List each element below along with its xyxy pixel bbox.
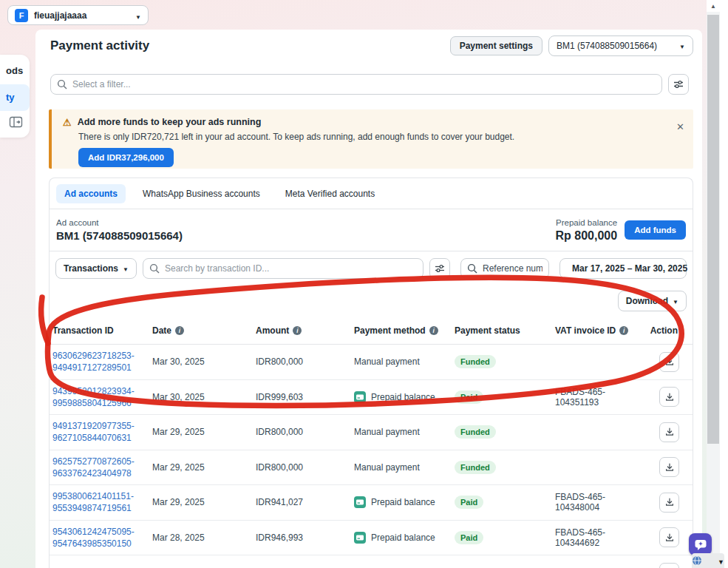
sidebar-item-payment-activity[interactable]: ty	[0, 84, 30, 111]
transactions-type-dropdown[interactable]: Transactions	[55, 258, 137, 279]
info-icon[interactable]	[293, 326, 302, 335]
transaction-id-link[interactable]: 9543061242475095- 9547643985350150	[52, 526, 152, 550]
transaction-id-search-input[interactable]	[143, 258, 423, 279]
date-cell: Mar 29, 2025	[152, 427, 256, 437]
account-summary-row: Ad account BM1 (574088509015664) Prepaid…	[50, 209, 693, 251]
vat-invoice-id-cell: FBADS-465-104344692	[555, 527, 647, 548]
amount-cell: IDR941,027	[256, 497, 354, 507]
status-badge: Funded	[455, 461, 496, 474]
table-body: 9630629623718253- 9494917127289501 Mar 3…	[50, 345, 693, 568]
status-badge: Funded	[455, 425, 496, 439]
sidebar: ods ty	[0, 55, 30, 138]
vat-invoice-id-cell: FBADS-465-104348004	[555, 492, 647, 513]
close-icon[interactable]	[676, 121, 684, 132]
transaction-id-link[interactable]: 9439952012823934- 9959885804125966	[52, 385, 152, 409]
status-badge: Paid	[455, 531, 483, 544]
chat-support-button[interactable]	[689, 533, 712, 555]
add-funds-amount-button[interactable]: Add IDR37,296,000	[78, 148, 174, 167]
download-invoice-button[interactable]	[659, 493, 679, 513]
download-invoice-button[interactable]	[659, 387, 679, 407]
download-invoice-button[interactable]	[659, 563, 679, 568]
col-transaction-id: Transaction ID	[52, 325, 152, 336]
scrollbar-up-arrow[interactable]	[707, 0, 720, 12]
payment-status-cell: Paid	[455, 496, 555, 509]
col-payment-status: Payment status	[455, 325, 555, 336]
chevron-down-icon	[679, 41, 685, 51]
payment-method-cell: Manual payment	[354, 427, 455, 437]
col-date: Date	[152, 325, 256, 336]
business-logo: F	[15, 9, 28, 22]
ad-account-label: Ad account	[56, 218, 183, 227]
scrollbar-thumb[interactable]	[707, 15, 719, 444]
table-row: 9953800621401151- 9553949874719561 Mar 2…	[50, 485, 693, 521]
tab-meta-verified-accounts[interactable]: Meta Verified accounts	[277, 184, 383, 203]
transaction-id-link[interactable]: 9491371920977355- 9627105844070631	[52, 420, 152, 444]
amount-cell: IDR800,000	[256, 427, 354, 437]
main-content: Payment activity Payment settings BM1 (5…	[35, 30, 702, 568]
table-row: 9439952012823934- 9959885804125966 Mar 3…	[50, 380, 693, 416]
info-icon[interactable]	[429, 326, 438, 335]
globe-icon	[692, 555, 702, 566]
vat-invoice-id-cell: FBADS-465-104351193	[555, 387, 647, 408]
account-selector-dropdown[interactable]: BM1 (574088509015664)	[548, 36, 693, 56]
banner-title: Add more funds to keep your ads running	[78, 117, 262, 127]
sidebar-collapse-icon[interactable]	[9, 115, 24, 130]
status-badge: Funded	[455, 355, 496, 368]
filter-search-input[interactable]	[50, 74, 662, 95]
table-row: 9630629623718253- 9494917127289501 Mar 3…	[50, 345, 693, 380]
payment-method-cell: Manual payment	[354, 356, 455, 367]
filter-options-button[interactable]	[668, 74, 689, 95]
business-name: fieuajjajaaaa	[34, 10, 86, 21]
search-icon	[467, 263, 477, 274]
sliders-icon	[673, 79, 684, 89]
transaction-id-link[interactable]: 9630629623718253- 9494917127289501	[52, 350, 152, 373]
payment-activity-page: { "business_switcher": { "logo_letter": …	[0, 0, 728, 568]
page-title: Payment activity	[50, 38, 149, 53]
date-cell: Mar 29, 2025	[152, 497, 256, 507]
table-filter-options-button[interactable]	[429, 258, 450, 279]
page-header: Payment activity Payment settings BM1 (5…	[50, 33, 693, 59]
download-icon	[664, 532, 675, 543]
payment-method-cell: Prepaid balance	[354, 496, 455, 508]
table-header-row: Transaction ID Date Amount Payment metho…	[50, 317, 693, 345]
col-payment-method: Payment method	[354, 325, 455, 336]
language-selector[interactable]	[692, 553, 724, 568]
download-icon	[664, 392, 675, 402]
chat-bubble-icon	[694, 538, 707, 551]
date-range-dropdown[interactable]: Mar 17, 2025 – Mar 30, 2025	[559, 258, 687, 279]
transaction-id-link[interactable]: 9953800621401151- 9553949874719561	[52, 490, 152, 514]
download-dropdown-button[interactable]: Download	[618, 291, 687, 311]
prepaid-balance-icon	[354, 532, 366, 544]
info-icon[interactable]	[175, 326, 184, 335]
banner-body: There is only IDR720,721 left in your ad…	[78, 132, 681, 142]
download-invoice-button[interactable]	[659, 352, 679, 372]
tab-whatsapp-business-accounts[interactable]: WhatsApp Business accounts	[135, 184, 268, 203]
col-action: Action	[647, 325, 690, 336]
download-icon	[664, 356, 675, 367]
payment-settings-button[interactable]: Payment settings	[450, 36, 542, 55]
sliders-icon	[435, 263, 445, 274]
filter-search-row	[50, 74, 689, 95]
transaction-id-link[interactable]: 9625752770872605- 9633762423404978	[52, 456, 152, 479]
date-cell: Mar 30, 2025	[152, 356, 256, 367]
download-invoice-button[interactable]	[659, 457, 679, 477]
chevron-down-icon	[692, 263, 693, 274]
info-icon[interactable]	[619, 326, 628, 335]
download-invoice-button[interactable]	[659, 527, 679, 547]
ad-account-name: BM1 (574088509015664)	[56, 229, 183, 242]
amount-cell: IDR800,000	[256, 356, 354, 367]
payment-method-cell: Manual payment	[354, 462, 455, 473]
col-vat-invoice-id: VAT invoice ID	[555, 325, 647, 336]
download-icon	[664, 497, 675, 507]
table-row: 9543061242475095- 9547643985350150 Mar 2…	[50, 521, 693, 556]
payment-status-cell: Funded	[455, 461, 555, 474]
business-switcher[interactable]: F fieuajjajaaaa	[7, 5, 149, 25]
date-cell: Mar 30, 2025	[152, 392, 256, 402]
tab-ad-accounts[interactable]: Ad accounts	[56, 184, 126, 203]
payment-method-cell: Prepaid balance	[354, 391, 455, 403]
table-row: 9625752770872605- 9633762423404978 Mar 2…	[50, 450, 693, 486]
sidebar-item-payment-methods[interactable]: ods	[0, 65, 23, 76]
download-invoice-button[interactable]	[659, 422, 679, 442]
prepaid-balance-icon	[354, 391, 366, 403]
add-funds-button[interactable]: Add funds	[625, 220, 686, 240]
